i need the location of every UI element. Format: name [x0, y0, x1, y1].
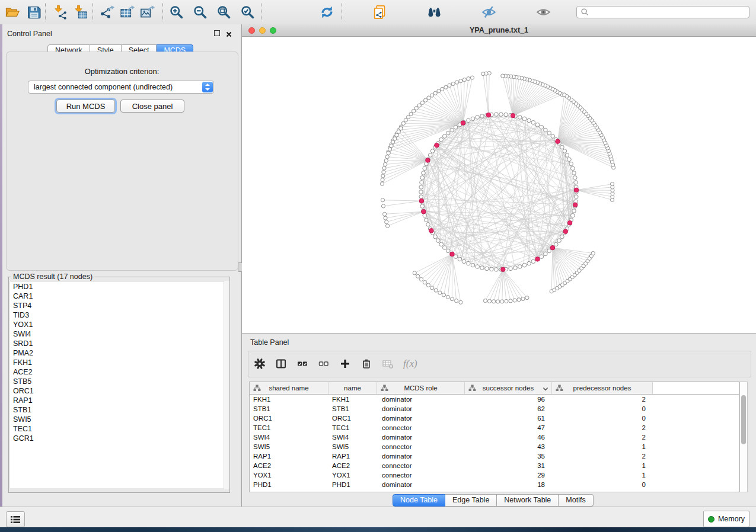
mcds-list-scrollbar[interactable] — [224, 281, 229, 489]
column-header-shared-name[interactable]: shared name — [250, 382, 328, 394]
tab-node-table[interactable]: Node Table — [393, 494, 445, 507]
table-row[interactable]: FKH1FKH1dominator962 — [250, 395, 739, 404]
table-row[interactable]: ORC1ORC1dominator610 — [250, 414, 739, 423]
mcds-result-item[interactable]: RAP1 — [10, 396, 228, 405]
tab-motifs[interactable]: Motifs — [559, 494, 593, 507]
mcds-result-item[interactable]: FKH1 — [10, 358, 228, 367]
show-panels-list-button[interactable] — [6, 511, 25, 527]
mcds-result-list: PHD1CAR1STP4TID3YOX1SWI4SRD1PMA2FKH1ACE2… — [10, 282, 228, 488]
optimization-criterion-label: Optimization criterion: — [2, 67, 241, 76]
tab-edge-table[interactable]: Edge Table — [445, 494, 497, 507]
mcds-result-item[interactable]: PHD1 — [10, 282, 228, 291]
column-tree-icon — [556, 384, 563, 392]
mcds-result-item[interactable]: TID3 — [10, 310, 228, 320]
toolbar-group — [51, 4, 88, 20]
import-table-icon[interactable] — [71, 4, 88, 20]
mcds-result-item[interactable]: GCR1 — [10, 434, 228, 443]
mcds-result-item[interactable]: SWI5 — [10, 415, 228, 424]
table-row[interactable]: RAP1RAP1dominator352 — [250, 451, 739, 461]
column-tree-icon — [468, 384, 476, 392]
tab-network-table[interactable]: Network Table — [497, 494, 559, 507]
sort-indicator-icon — [543, 386, 548, 390]
network-canvas[interactable] — [242, 37, 756, 333]
select-all-icon[interactable] — [296, 358, 308, 370]
table-row[interactable]: SWI5SWI5connector431 — [250, 442, 739, 451]
mcds-result-item[interactable]: YOX1 — [10, 320, 228, 329]
network-window-titlebar[interactable]: YPA_prune.txt_1 — [242, 24, 756, 37]
close-panel-icon[interactable] — [226, 29, 232, 40]
table-row[interactable]: ACE2ACE2connector311 — [250, 461, 739, 470]
optimization-criterion-dropdown[interactable]: largest connected component (undirected) — [28, 81, 214, 94]
float-panel-icon[interactable] — [214, 30, 220, 36]
open-folder-icon[interactable] — [4, 4, 20, 20]
add-column-icon[interactable] — [339, 358, 351, 370]
mcds-result-item[interactable]: TEC1 — [10, 424, 228, 434]
export-network-icon[interactable] — [98, 4, 115, 20]
column-tree-icon — [253, 384, 261, 392]
mcds-result-item[interactable]: ACE2 — [10, 367, 228, 377]
function-builder-icon: f(x) — [403, 358, 417, 370]
control-panel-title: Control Panel — [7, 30, 52, 38]
toolbar-group — [98, 4, 155, 20]
table-row[interactable]: YOX1YOX1connector291 — [250, 470, 739, 480]
delete-table-icon — [382, 358, 394, 370]
zoom-out-icon[interactable] — [192, 4, 208, 20]
columns-icon[interactable] — [275, 358, 287, 370]
table-row[interactable]: TEC1TEC1connector472 — [250, 423, 739, 432]
table-scrollbar[interactable] — [739, 382, 748, 492]
network-window-title: YPA_prune.txt_1 — [242, 26, 756, 34]
column-header-MCDS-role[interactable]: MCDS role — [377, 382, 465, 394]
dropdown-selected-value: largest connected component (undirected) — [34, 83, 173, 91]
column-header-predecessor-nodes[interactable]: predecessor nodes — [552, 382, 653, 394]
mcds-result-group: MCDS result (17 nodes) PHD1CAR1STP4TID3Y… — [8, 273, 230, 493]
search-input[interactable] — [576, 6, 749, 18]
memory-button-label: Memory — [718, 515, 745, 523]
binoculars-icon[interactable] — [426, 4, 442, 20]
toolbar-separator — [162, 3, 163, 21]
mcds-result-item[interactable]: PMA2 — [10, 348, 228, 358]
mcds-result-item[interactable]: STP4 — [10, 301, 228, 310]
refresh-icon[interactable] — [318, 4, 335, 20]
table-panel-title: Table Panel — [250, 338, 289, 347]
table-row[interactable]: PHD1PHD1dominator180 — [250, 480, 739, 489]
column-header-successor-nodes[interactable]: successor nodes — [465, 382, 552, 394]
mcds-result-item[interactable]: STB5 — [10, 377, 228, 386]
run-mcds-button[interactable]: Run MCDS — [56, 100, 115, 113]
toolbar-separator — [261, 3, 261, 21]
table-panel: Table Panel f(x) shared namenameMCDS rol… — [242, 333, 756, 507]
new-network-from-selection-icon[interactable] — [371, 4, 388, 20]
hide-items-icon[interactable] — [480, 4, 497, 20]
zoom-fit-icon[interactable] — [215, 4, 232, 20]
toolbar-separator — [45, 3, 46, 21]
show-items-icon[interactable] — [535, 4, 551, 20]
table-row[interactable]: SWI4SWI4dominator462 — [250, 432, 739, 442]
header-filler — [653, 382, 739, 394]
delete-column-icon[interactable] — [361, 358, 372, 370]
network-graph[interactable] — [242, 37, 756, 333]
save-icon[interactable] — [25, 4, 42, 20]
mcds-result-item[interactable]: STB1 — [10, 405, 228, 415]
table-toolbar-icons: f(x) — [254, 358, 417, 370]
mcds-result-item[interactable]: CAR1 — [10, 291, 228, 301]
table-panel-tabs: Node TableEdge TableNetwork TableMotifs — [393, 494, 594, 507]
node-table: shared namenameMCDS rolesuccessor nodesp… — [249, 382, 739, 492]
export-image-icon[interactable] — [139, 4, 155, 20]
settings-gear-icon[interactable] — [254, 358, 266, 370]
column-header-name[interactable]: name — [328, 382, 377, 394]
mcds-result-item[interactable]: ORC1 — [10, 386, 228, 396]
export-table-icon[interactable] — [119, 4, 135, 20]
memory-button[interactable]: Memory — [703, 511, 749, 527]
deselect-all-icon[interactable] — [318, 358, 330, 370]
main-toolbar — [0, 0, 756, 25]
zoom-selected-icon[interactable] — [239, 4, 256, 20]
zoom-in-icon[interactable] — [168, 4, 184, 20]
column-tree-icon — [381, 384, 388, 392]
mcds-result-item[interactable]: SRD1 — [10, 339, 228, 348]
table-row[interactable]: STB1STB1dominator620 — [250, 404, 739, 414]
mcds-result-item[interactable]: SWI4 — [10, 329, 228, 339]
mcds-result-legend: MCDS result (17 nodes) — [11, 273, 94, 281]
dropdown-stepper-icon — [202, 82, 213, 92]
import-network-icon[interactable] — [51, 4, 68, 20]
close-panel-button[interactable]: Close panel — [120, 100, 184, 113]
table-scrollbar-thumb[interactable] — [741, 395, 746, 444]
